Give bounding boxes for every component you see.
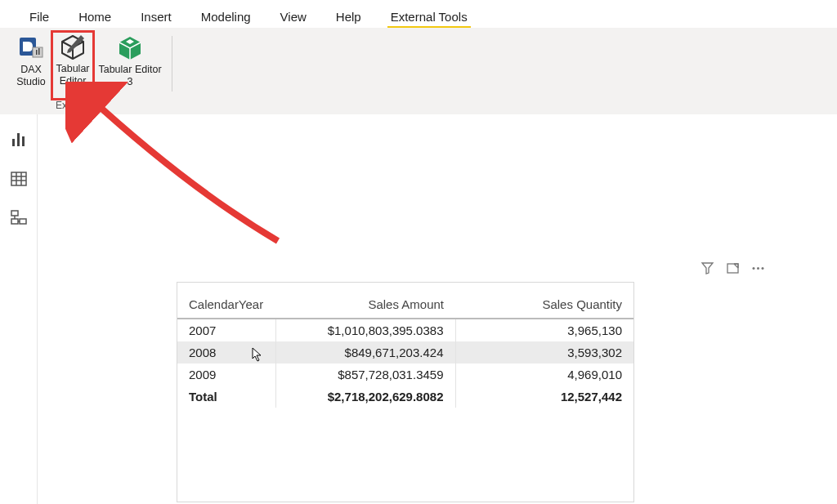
table-icon xyxy=(10,170,28,188)
ribbon-separator xyxy=(172,36,172,91)
tab-external-tools[interactable]: External Tools xyxy=(376,5,482,28)
funnel-icon xyxy=(700,261,714,275)
cell-qty: 3,593,302 xyxy=(455,341,633,364)
tabular-editor-3-button[interactable]: Tabular Editor 3 xyxy=(95,33,165,88)
svg-rect-14 xyxy=(11,219,18,224)
table-total-row: Total $2,718,202,629.8082 12,527,442 xyxy=(177,386,633,408)
tabular-editor-button[interactable]: Tabular Editor xyxy=(51,30,95,100)
svg-point-18 xyxy=(753,267,755,270)
tab-file[interactable]: File xyxy=(15,5,64,28)
cell-total-label: Total xyxy=(177,386,275,408)
table-row[interactable]: 2007 $1,010,803,395.0383 3,965,130 xyxy=(177,319,633,341)
cell-amount: $849,671,203.424 xyxy=(275,341,455,364)
data-view-button[interactable] xyxy=(8,168,29,190)
ellipsis-icon xyxy=(751,261,765,275)
col-sales-quantity[interactable]: Sales Quantity xyxy=(455,292,633,319)
cell-qty: 3,965,130 xyxy=(455,319,633,341)
cell-year: 2008 xyxy=(177,341,275,364)
ribbon-tabs: File Home Insert Modeling View Help Exte… xyxy=(0,0,837,28)
tabular-editor-3-label1: Tabular Editor xyxy=(98,64,161,76)
ribbon-body: DAX Studio Tabular Editor Tabular Editor… xyxy=(0,28,837,114)
focus-icon xyxy=(726,261,740,275)
svg-rect-12 xyxy=(11,211,18,216)
svg-rect-4 xyxy=(12,139,15,146)
cell-amount: $1,010,803,395.0383 xyxy=(275,319,455,341)
tab-view[interactable]: View xyxy=(266,5,321,28)
svg-rect-13 xyxy=(20,219,26,224)
tab-home[interactable]: Home xyxy=(64,5,126,28)
dax-studio-label1: DAX xyxy=(20,64,42,76)
cell-year: 2009 xyxy=(177,364,275,386)
data-table: CalendarYear Sales Amount Sales Quantity… xyxy=(177,292,633,408)
cell-total-amount: $2,718,202,629.8082 xyxy=(275,386,455,408)
cell-year: 2007 xyxy=(177,319,275,341)
svg-rect-3 xyxy=(38,48,40,55)
table-row[interactable]: 2009 $857,728,031.3459 4,969,010 xyxy=(177,364,633,386)
tabular-editor-3-icon xyxy=(116,34,144,62)
cell-total-qty: 12,527,442 xyxy=(455,386,633,408)
svg-point-19 xyxy=(757,267,759,270)
visual-header xyxy=(700,261,765,275)
svg-rect-6 xyxy=(22,136,25,146)
tabular-editor-label1: Tabular xyxy=(56,63,90,75)
cell-qty: 4,969,010 xyxy=(455,364,633,386)
model-icon xyxy=(10,209,28,227)
tab-modeling[interactable]: Modeling xyxy=(186,5,266,28)
dax-studio-icon xyxy=(17,34,45,62)
more-options-button[interactable] xyxy=(751,261,765,275)
col-sales-amount[interactable]: Sales Amount xyxy=(275,292,455,319)
model-view-button[interactable] xyxy=(8,207,29,229)
table-visual[interactable]: CalendarYear Sales Amount Sales Quantity… xyxy=(177,282,634,502)
dax-studio-label2: Studio xyxy=(16,76,45,88)
table-row[interactable]: 2008 $849,671,203.424 3,593,302 xyxy=(177,341,633,364)
focus-mode-button[interactable] xyxy=(726,261,740,275)
dax-studio-button[interactable]: DAX Studio xyxy=(11,33,51,88)
svg-rect-5 xyxy=(17,133,20,146)
tabular-editor-3-label2: 3 xyxy=(128,76,133,88)
table-header-row: CalendarYear Sales Amount Sales Quantity xyxy=(177,292,633,319)
report-canvas[interactable]: CalendarYear Sales Amount Sales Quantity… xyxy=(38,114,837,504)
svg-rect-7 xyxy=(11,172,26,185)
cell-amount: $857,728,031.3459 xyxy=(275,364,455,386)
tab-insert[interactable]: Insert xyxy=(126,5,186,28)
svg-point-20 xyxy=(762,267,764,270)
bar-chart-icon xyxy=(10,131,28,149)
svg-rect-1 xyxy=(33,47,43,57)
svg-rect-17 xyxy=(727,264,738,273)
svg-rect-2 xyxy=(36,50,38,55)
ribbon-group-label: External xyxy=(56,100,92,111)
tab-help[interactable]: Help xyxy=(321,5,376,28)
tabular-editor-label2: Editor xyxy=(60,75,87,87)
filter-button[interactable] xyxy=(700,261,714,275)
left-rail xyxy=(0,114,38,504)
tabular-editor-icon xyxy=(59,33,87,61)
col-calendaryear[interactable]: CalendarYear xyxy=(177,292,275,319)
report-view-button[interactable] xyxy=(8,129,29,150)
